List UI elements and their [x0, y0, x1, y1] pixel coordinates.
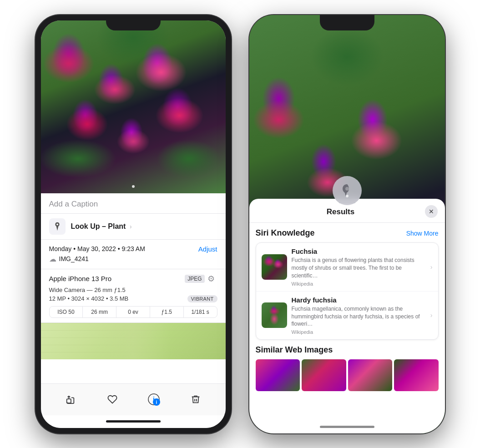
exif-row: ISO 50 26 mm 0 ev ƒ1.5 1/181 s [49, 306, 217, 318]
info-button[interactable]: i i [145, 390, 163, 408]
fuchsia-desc: Fuchsia is a genus of flowering plants t… [292, 257, 426, 279]
lookup-icon [49, 218, 66, 235]
adjust-button[interactable]: Adjust [198, 245, 217, 253]
right-phone: Results ✕ Siri Knowledge Show More [249, 15, 445, 433]
web-image-3[interactable] [348, 359, 393, 391]
gear-icon[interactable]: ⚙ [207, 274, 217, 284]
right-home-indicator [320, 426, 374, 428]
knowledge-item-fuchsia[interactable]: Fuchsia Fuchsia is a genus of flowering … [256, 243, 438, 291]
cloud-icon: ☁ [49, 255, 56, 263]
photo-info-panel: Add a Caption Look Up – Plant › [41, 193, 226, 383]
device-badges: JPEG ⚙ [185, 274, 217, 284]
exif-iso: ISO 50 [50, 307, 83, 317]
hardy-desc: Fuchsia magellanica, commonly known as t… [292, 305, 426, 328]
camera-row: Wide Camera — 26 mm ƒ1.5 [49, 287, 217, 293]
siri-dot [346, 195, 349, 197]
caption-area[interactable]: Add a Caption [41, 193, 226, 214]
web-images-grid [256, 359, 439, 391]
web-images-header: Similar Web Images [256, 345, 439, 355]
format-badge: JPEG [185, 275, 204, 283]
lookup-row[interactable]: Look Up – Plant › [41, 214, 226, 240]
svg-point-6 [345, 187, 349, 191]
share-button[interactable] [61, 390, 80, 408]
hardy-info: Hardy fuchsia Fuchsia magellanica, commo… [292, 296, 426, 335]
hardy-source: Wikipedia [292, 329, 426, 335]
close-button[interactable]: ✕ [425, 205, 438, 218]
favorite-button[interactable] [103, 390, 121, 408]
home-bar [41, 415, 226, 428]
left-phone: Add a Caption Look Up – Plant › [35, 15, 231, 433]
web-images-section: Similar Web Images [256, 345, 439, 391]
exif-shutter: 1/181 s [184, 307, 217, 317]
meta-date: Monday • May 30, 2022 • 9:23 AM [49, 245, 145, 252]
fuchsia-thumbnail [262, 254, 287, 280]
toolbar: i i [41, 383, 226, 415]
svg-text:i: i [156, 400, 157, 405]
vibrant-badge: VIBRANT [187, 295, 217, 302]
results-content: Siri Knowledge Show More Fuchsia Fuchsia… [255, 223, 440, 428]
hardy-thumbnail [262, 302, 287, 328]
exif-aperture: ƒ1.5 [150, 307, 184, 317]
siri-button[interactable] [333, 176, 362, 205]
device-section: Apple iPhone 13 Pro JPEG ⚙ Wide Camera —… [41, 269, 226, 323]
photo-area[interactable] [41, 20, 226, 193]
home-indicator [106, 420, 161, 423]
web-images-title: Similar Web Images [256, 345, 333, 355]
web-image-1[interactable] [256, 359, 300, 391]
siri-knowledge-title: Siri Knowledge [256, 228, 315, 238]
exif-focal: 26 mm [83, 307, 116, 317]
results-title: Results [257, 207, 425, 216]
web-image-4[interactable] [394, 359, 439, 391]
exif-ev: 0 ev [116, 307, 150, 317]
fuchsia-info: Fuchsia Fuchsia is a genus of flowering … [292, 247, 426, 286]
svg-point-0 [56, 223, 58, 225]
lookup-label: Look Up – Plant › [71, 222, 132, 231]
right-home-bar [255, 421, 440, 428]
hardy-name: Hardy fuchsia [292, 296, 426, 304]
delete-button[interactable] [187, 390, 205, 408]
right-screen: Results ✕ Siri Knowledge Show More [255, 20, 440, 428]
fuchsia-name: Fuchsia [292, 247, 426, 255]
meta-filename: ☁ IMG_4241 [49, 255, 217, 263]
mp-row: 12 MP • 3024 × 4032 • 3.5 MB VIBRANT [49, 295, 217, 302]
hardy-chevron: › [430, 312, 433, 319]
knowledge-item-hardy[interactable]: Hardy fuchsia Fuchsia magellanica, commo… [256, 292, 438, 339]
siri-knowledge-header: Siri Knowledge Show More [256, 228, 439, 238]
left-screen: Add a Caption Look Up – Plant › [41, 20, 226, 428]
meta-section: Monday • May 30, 2022 • 9:23 AM Adjust ☁… [41, 240, 226, 269]
knowledge-card: Fuchsia Fuchsia is a genus of flowering … [256, 242, 439, 340]
web-image-2[interactable] [302, 359, 346, 391]
device-name: Apple iPhone 13 Pro [49, 275, 112, 282]
siri-results-overlay: Results ✕ Siri Knowledge Show More [255, 199, 440, 428]
photo-dot [132, 185, 135, 188]
fuchsia-source: Wikipedia [292, 281, 426, 287]
fuchsia-chevron: › [430, 263, 433, 271]
show-more-button[interactable]: Show More [406, 230, 439, 237]
map-section[interactable] [41, 323, 226, 359]
caption-placeholder[interactable]: Add a Caption [49, 200, 98, 208]
